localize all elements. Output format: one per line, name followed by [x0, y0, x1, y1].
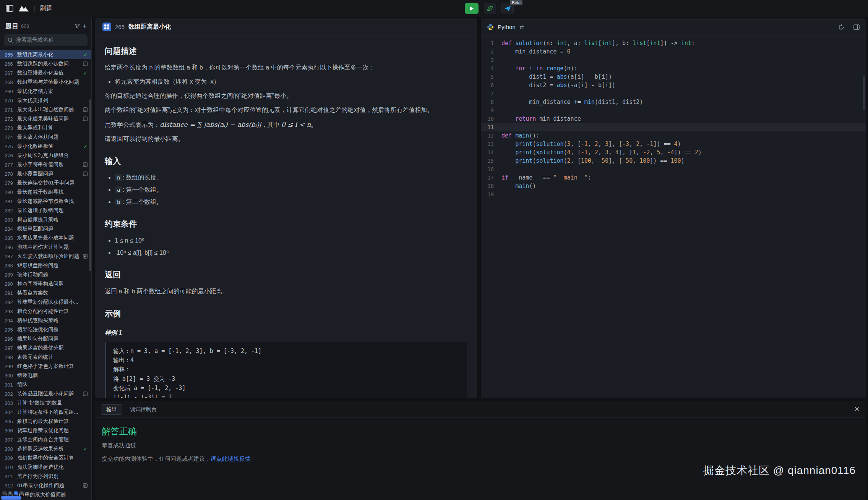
list-item[interactable]: 308选择题反选效果分析✓ [0, 444, 91, 453]
add-problem-button[interactable]: + [83, 22, 87, 31]
list-item[interactable]: 269最优化存储方案 [0, 87, 91, 96]
sidebar-toggle-icon[interactable] [5, 4, 14, 13]
list-item[interactable]: 310魔法防御塔建造优化 [0, 463, 91, 472]
list-item[interactable]: 280最长递减子数组寻找 [0, 188, 91, 197]
list-item[interactable]: 298素数元素的统计 [0, 353, 91, 362]
problem-number: 310 [5, 464, 15, 470]
list-item[interactable]: 286游戏中的伤害计算问题 [0, 243, 91, 252]
list-item[interactable]: 281最长递减路径节点数查找 [0, 197, 91, 206]
code-line[interactable]: 14 print(solution(4, [-1, 2, 3, 4], [1, … [481, 148, 866, 157]
code-line[interactable]: 5 dist1 = abs(a[i] - b[i]) [481, 73, 866, 81]
list-item[interactable]: 307连续空闲内存合并管理 [0, 435, 91, 444]
code-line[interactable]: 16 [481, 165, 866, 173]
list-item[interactable]: 266数组跳跃的最小步数问... [0, 59, 91, 68]
list-item[interactable]: 275最小化数组极值✓ [0, 142, 91, 151]
sidebar-scrollbar[interactable] [89, 99, 91, 271]
code-line[interactable]: 2 min_distance = 0 [481, 47, 866, 56]
list-item[interactable]: 303计算"好数组"的数量 [0, 398, 91, 408]
code-line[interactable]: 8 min_distance += min(dist1, dist2) [481, 98, 866, 106]
list-item[interactable]: 291禁看点方案数 [0, 288, 91, 298]
problem-description: 问题描述 给定两个长度为 n 的整数数组 a 和 b，你可以对第一个数组 a 中… [95, 36, 477, 398]
description-paragraph: 你的目标是通过合理的操作，使得两个数组之间的"绝对值距离"最小。 [105, 91, 467, 101]
list-item[interactable]: 302装饰品丑陋值最小化问题 [0, 389, 91, 398]
list-item[interactable]: 293粮食分配的可能性计算 [0, 307, 91, 316]
code-line[interactable]: 17if __name__ == "__main__": [481, 173, 866, 182]
list-item[interactable]: 311黑产行为序列识别 [0, 472, 91, 481]
filter-icon[interactable] [75, 24, 80, 29]
code-line[interactable]: 9 [481, 106, 866, 115]
reset-code-icon[interactable] [838, 24, 844, 30]
list-item[interactable]: 31201串最小化操作问题 [0, 481, 91, 490]
list-item[interactable]: 271最大化未出现自然数问题 [0, 105, 91, 114]
list-item[interactable]: 274最大敌人俘获问题 [0, 133, 91, 142]
code-line[interactable]: 11 [481, 123, 866, 131]
code-line[interactable]: 13 print(solution(3, [-1, 2, 3], [-3, 2,… [481, 140, 866, 148]
list-item[interactable]: 277最小字符串价值问题 [0, 160, 91, 169]
list-item[interactable]: 289破冰行动问题 [0, 270, 91, 279]
list-item[interactable]: 272最大化糖果美味值问题 [0, 114, 91, 123]
switch-language-icon[interactable]: ⇄ [519, 24, 524, 31]
list-item[interactable]: 288矩形棋盘路径问题 [0, 261, 91, 270]
run-button[interactable] [465, 3, 479, 14]
line-number: 6 [481, 81, 501, 89]
problem-number: 305 [5, 419, 15, 424]
code-line[interactable]: 15 print(solution(2, [100, -50], [-50, 1… [481, 157, 866, 165]
editor-code[interactable]: 1def solution(n: int, a: list[int], b: l… [481, 36, 866, 398]
code-line[interactable]: 1def solution(n: int, a: list[int], b: l… [481, 39, 866, 47]
code-line[interactable]: 10 return min_distance [481, 115, 866, 123]
list-item[interactable]: 282最长递增子数组问题 [0, 206, 91, 215]
list-item[interactable]: 299红色格子染色方案数计算 [0, 362, 91, 371]
problem-number: 277 [5, 162, 15, 168]
section-heading-description: 问题描述 [105, 44, 467, 58]
list-item[interactable]: 294糖果优惠购买策略 [0, 316, 91, 325]
list-item[interactable]: 296糖果均匀分配问题 [0, 334, 91, 343]
problem-title: 火车驶入驶出顺序验证问题 [17, 253, 81, 260]
list-item[interactable]: 276最小周长巧克力板组合 [0, 151, 91, 160]
list-item[interactable]: 290神奇字符串构造问题 [0, 279, 91, 288]
problem-title: 水果店果篮最小成本问题 [17, 235, 88, 241]
bottom-scroll-indicator[interactable] [1, 496, 21, 500]
list-item[interactable]: 268数组重构与差值最小化问题 [0, 78, 91, 87]
description-paragraph: 请返回可以得到的最小距离。 [105, 134, 467, 144]
code-line[interactable]: 7 [481, 89, 866, 98]
list-item[interactable]: 304计算特定条件下的四元组... [0, 408, 91, 417]
list-item[interactable]: 297糖果迷宫的最优分配 [0, 343, 91, 353]
code-text: min_distance += min(dist1, dist2) [501, 98, 643, 106]
list-item[interactable]: 292算珠重新分配以获得最小... [0, 298, 91, 307]
code-line[interactable]: 19 [481, 190, 866, 199]
sample-line: |(-1) - (-3)| = 2 [113, 393, 460, 398]
list-item[interactable]: 305象棋马的最大权值计算 [0, 417, 91, 426]
tab-debug-console[interactable]: 调试控制台 [130, 406, 157, 413]
list-item[interactable]: 265数组距离最小化✓ [0, 50, 91, 59]
editor-scrollbar[interactable] [863, 76, 865, 110]
line-number: 7 [481, 89, 501, 98]
feedback-link[interactable]: 请点此链接反馈 [211, 455, 251, 462]
search-input[interactable]: 搜索题号或名称 [4, 34, 88, 46]
list-item[interactable]: 267数组重排最小化差值✓ [0, 68, 91, 78]
code-line[interactable]: 6 dist2 = abs(-a[i] - b[i]) [481, 81, 866, 89]
list-item[interactable]: 300组装电脑 [0, 371, 91, 380]
list-item[interactable]: 278最小覆盖圆问题 [0, 169, 91, 178]
list-item[interactable]: 279最长连续交替01子串问题 [0, 178, 91, 188]
close-icon[interactable]: ✕ [854, 405, 860, 413]
list-item[interactable]: 283树苗健康提升策略 [0, 215, 91, 224]
tab-output[interactable]: 输出 [101, 404, 122, 415]
list-item[interactable]: 270最大优美排列 [0, 96, 91, 105]
share-beta-button[interactable]: Beta [501, 3, 514, 14]
play-icon [469, 6, 474, 11]
code-line[interactable]: 3 [481, 56, 866, 64]
brand-logo-icon[interactable] [18, 5, 29, 12]
code-line[interactable]: 4 for i in range(n): [481, 64, 866, 73]
list-item[interactable]: 273最大异或和计算 [0, 123, 91, 133]
list-item[interactable]: 295糖果吃法优化问题 [0, 325, 91, 334]
layout-panel-icon[interactable] [853, 24, 860, 30]
list-item[interactable]: 287火车驶入驶出顺序验证问题 [0, 252, 91, 261]
plant-button[interactable] [484, 3, 496, 14]
list-item[interactable]: 309魔幻世界中的安全区计算 [0, 453, 91, 463]
list-item[interactable]: 284模板串匹配问题 [0, 224, 91, 233]
list-item[interactable]: 285水果店果篮最小成本问题 [0, 233, 91, 243]
list-item[interactable]: 301组队 [0, 380, 91, 389]
code-line[interactable]: 12def main(): [481, 131, 866, 140]
code-line[interactable]: 18 main() [481, 182, 866, 190]
list-item[interactable]: 306货车过路费最优化问题 [0, 426, 91, 435]
